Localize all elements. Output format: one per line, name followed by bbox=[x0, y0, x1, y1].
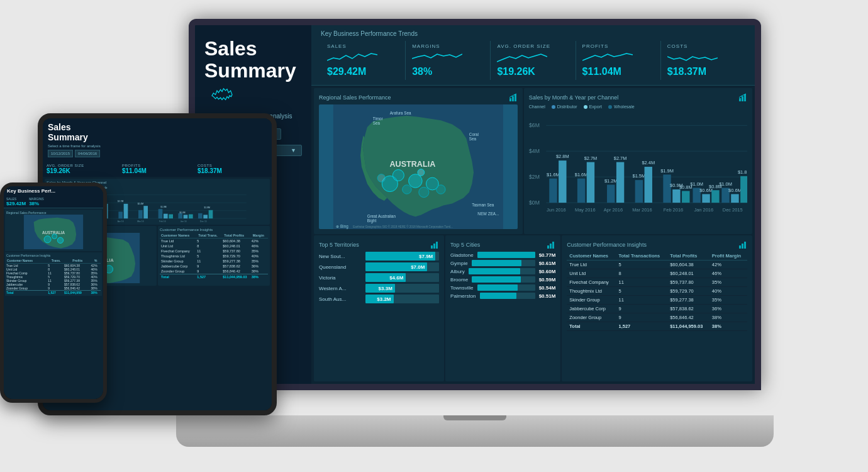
svg-rect-81 bbox=[550, 244, 552, 249]
svg-text:$1.6M: $1.6M bbox=[547, 172, 560, 177]
svg-rect-123 bbox=[209, 210, 213, 218]
table-row: Jabbercube Corp9$57,838.6236% bbox=[567, 305, 747, 313]
table-row: True Ltd5$60,604.3842% bbox=[567, 261, 747, 269]
top-territories-title: Top 5 Territories bbox=[319, 240, 439, 249]
svg-text:$2.8M: $2.8M bbox=[556, 154, 569, 160]
col-profit-margin: Profit Margin bbox=[709, 252, 747, 261]
svg-rect-80 bbox=[547, 245, 549, 249]
svg-text:$1.9M: $1.9M bbox=[160, 206, 166, 208]
svg-text:Coral: Coral bbox=[469, 132, 479, 137]
svg-text:Apr 16: Apr 16 bbox=[118, 220, 124, 222]
svg-text:May 2016: May 2016 bbox=[575, 207, 596, 213]
svg-rect-67 bbox=[711, 190, 719, 203]
sales-channel-title: Sales by Month & Year per Channel bbox=[529, 93, 747, 102]
svg-point-136 bbox=[57, 237, 63, 243]
city-item-5: Townsville $0.54M bbox=[450, 284, 555, 291]
svg-rect-104 bbox=[124, 204, 128, 218]
channel-legend: Channel Distributor Export Wholesale bbox=[529, 104, 747, 109]
right-panel: Key Business Performance Trends SALES $2… bbox=[311, 25, 755, 384]
svg-rect-41 bbox=[577, 179, 585, 203]
svg-text:$1.6M: $1.6M bbox=[574, 172, 587, 177]
svg-text:Bight: Bight bbox=[367, 218, 377, 223]
scene: Sales Summary Select a time frame for an… bbox=[0, 0, 868, 472]
svg-text:Dec 15: Dec 15 bbox=[200, 220, 207, 222]
svg-text:Mar 2016: Mar 2016 bbox=[632, 207, 652, 213]
city-item-4: Broome $0.59M bbox=[450, 276, 555, 283]
customer-chart-icon bbox=[738, 240, 747, 249]
kpi-items: SALES $29.42M MARGINS bbox=[321, 41, 745, 80]
svg-text:Jan 16: Jan 16 bbox=[181, 220, 187, 222]
svg-rect-72 bbox=[731, 194, 738, 203]
svg-text:Timor: Timor bbox=[373, 116, 383, 121]
svg-rect-121 bbox=[198, 213, 203, 218]
bar-chart-svg: $6M $4M $2M $0M bbox=[529, 111, 747, 225]
svg-rect-25 bbox=[739, 98, 741, 101]
table-row: Zoonder Group9$56,846.4238% bbox=[567, 313, 747, 322]
customer-insights-title: Customer Performance Insights bbox=[567, 240, 747, 249]
svg-rect-116 bbox=[178, 213, 182, 218]
svg-text:Mar 16: Mar 16 bbox=[137, 220, 144, 222]
svg-rect-51 bbox=[635, 180, 642, 203]
svg-text:Feb 2016: Feb 2016 bbox=[663, 207, 682, 213]
svg-point-135 bbox=[52, 234, 57, 239]
svg-text:$0M: $0M bbox=[529, 199, 540, 206]
svg-text:⊕ Bing: ⊕ Bing bbox=[336, 224, 348, 229]
kpi-profits-label: PROFITS bbox=[582, 43, 654, 49]
svg-rect-82 bbox=[552, 242, 554, 249]
svg-rect-111 bbox=[159, 209, 163, 218]
svg-rect-43 bbox=[587, 162, 594, 203]
svg-text:$1.9M: $1.9M bbox=[660, 168, 674, 174]
title-line1: Sales bbox=[204, 37, 257, 60]
territory-item-1: New Sout... $7.9M bbox=[319, 252, 439, 261]
chart-icon bbox=[509, 93, 518, 102]
dashboard: Sales Summary Select a time frame for an… bbox=[195, 25, 755, 384]
kpi-margins-sparkline bbox=[412, 49, 462, 65]
chevron-down-icon: ▼ bbox=[291, 147, 296, 154]
svg-point-16 bbox=[403, 185, 411, 194]
territory-item-2: Queensland $7.0M bbox=[319, 262, 439, 271]
svg-rect-78 bbox=[433, 244, 435, 249]
kpi-costs-value: $18.37M bbox=[667, 66, 739, 77]
title-line2: Summary bbox=[204, 59, 296, 82]
svg-text:Sea: Sea bbox=[373, 121, 381, 125]
svg-text:Feb 16: Feb 16 bbox=[159, 220, 166, 222]
svg-point-134 bbox=[44, 236, 51, 243]
kpi-profits-value: $11.04M bbox=[582, 66, 654, 77]
svg-rect-1 bbox=[512, 96, 514, 101]
svg-text:$2.4M: $2.4M bbox=[642, 160, 655, 166]
city-item-1: Gladstone $0.77M bbox=[450, 252, 555, 258]
svg-text:NEW ZEA...: NEW ZEA... bbox=[477, 211, 499, 216]
svg-rect-0 bbox=[509, 98, 511, 101]
svg-point-21 bbox=[437, 185, 445, 194]
australia-map-svg: AUSTRALIA Great Australian Bight Coral S… bbox=[319, 104, 518, 229]
cities-chart-icon bbox=[547, 240, 555, 249]
svg-rect-74 bbox=[740, 176, 747, 203]
svg-text:$1.0M: $1.0M bbox=[719, 181, 732, 187]
svg-rect-65 bbox=[702, 194, 709, 203]
kpi-sales: SALES $29.42M bbox=[321, 41, 406, 80]
sales-channel-card: Sales by Month & Year per Channel bbox=[524, 88, 752, 234]
kpi-avg-order-value: $19.26K bbox=[497, 66, 569, 77]
top-cities-title: Top 5 Cities bbox=[450, 240, 555, 249]
svg-text:$2.7M: $2.7M bbox=[613, 155, 626, 161]
territory-item-4: Western A... $3.3M bbox=[319, 284, 439, 293]
svg-rect-58 bbox=[672, 189, 680, 203]
kpi-sales-value: $29.42M bbox=[327, 66, 399, 77]
svg-text:AUSTRALIA: AUSTRALIA bbox=[389, 160, 435, 169]
kpi-margins-label: MARGINS bbox=[412, 43, 484, 49]
svg-rect-56 bbox=[663, 175, 670, 203]
svg-text:$6M: $6M bbox=[529, 122, 540, 128]
col-total-profits: Total Profits bbox=[667, 252, 709, 261]
territory-item-3: Victoria $4.6M bbox=[319, 273, 439, 282]
svg-text:$1.8M: $1.8M bbox=[738, 169, 747, 175]
svg-rect-79 bbox=[436, 242, 438, 249]
svg-text:Earthstar Geographics SIO © 20: Earthstar Geographics SIO © 2018 HERE © … bbox=[353, 225, 452, 228]
svg-text:$1.5M: $1.5M bbox=[632, 174, 645, 179]
col-customer-names: Customer Names bbox=[567, 252, 616, 261]
table-row: Thoughtmix Ltd5$59,729.7040% bbox=[567, 287, 747, 296]
australia-map-container: AUSTRALIA Great Australian Bight Coral S… bbox=[319, 104, 518, 229]
svg-point-20 bbox=[377, 174, 386, 183]
svg-text:Jun 2016: Jun 2016 bbox=[547, 207, 566, 213]
svg-rect-60 bbox=[682, 191, 689, 203]
table-row: Unit Ltd8$60,248.0146% bbox=[567, 269, 747, 278]
